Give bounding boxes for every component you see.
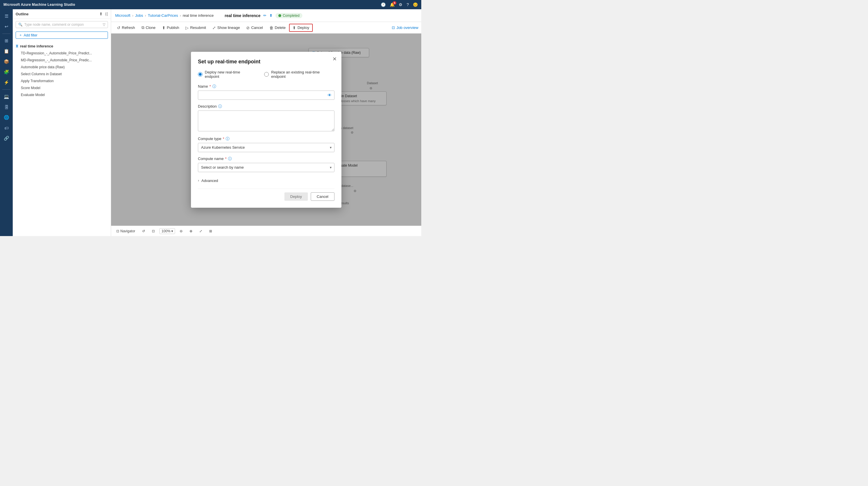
radio-replace-input[interactable]: [264, 72, 269, 77]
icon-sidebar: ☰ ↩ ⊞ 📋 📦 🧩 ⚡ 💻 🗄 🌐 🏷 🔗: [0, 9, 13, 236]
navigator-icon: ⊡: [116, 229, 119, 233]
modal-close-button[interactable]: ✕: [333, 56, 337, 62]
sidebar-back-icon[interactable]: ↩: [1, 22, 11, 31]
tree-child-4[interactable]: Apply Transformation: [13, 77, 111, 85]
reset-view-button[interactable]: ↺: [140, 228, 147, 234]
history-icon[interactable]: 🕐: [381, 2, 386, 7]
radio-deploy-new[interactable]: Deploy new real-time endpoint: [198, 70, 255, 79]
sidebar-home-icon[interactable]: ⊞: [1, 36, 11, 45]
pipeline-icon: ⧖: [16, 44, 18, 48]
name-info-icon[interactable]: ⓘ: [212, 84, 216, 89]
sidebar-menu-icon[interactable]: ☰: [1, 11, 11, 21]
breadcrumb-current: real time inference: [183, 13, 214, 18]
tree-child-5[interactable]: Score Model: [13, 85, 111, 91]
tree-child-0[interactable]: TD-Regression_-_Automobile_Price_Predict…: [13, 50, 111, 57]
add-filter-button[interactable]: ＋ Add filter: [16, 32, 108, 39]
resubmit-button[interactable]: ▷ Resubmit: [183, 24, 209, 31]
sidebar-data-icon[interactable]: 📦: [1, 57, 11, 66]
show-lineage-label: Show lineage: [217, 26, 240, 30]
delete-label: Delete: [275, 26, 286, 30]
tree-child-1[interactable]: MD-Regression_-_Automobile_Price_Predic.…: [13, 57, 111, 64]
compute-name-info-icon[interactable]: ⓘ: [228, 156, 232, 161]
zoom-in-button[interactable]: ⊕: [187, 228, 195, 234]
share-pipeline-icon[interactable]: ⬆: [269, 13, 273, 18]
advanced-toggle[interactable]: › Advanced: [198, 176, 335, 185]
sidebar-components-icon[interactable]: ⚡: [1, 78, 11, 87]
publish-button[interactable]: ⬆ Publish: [159, 24, 182, 31]
description-input[interactable]: [198, 110, 335, 131]
notification-count: 5: [393, 1, 396, 5]
share-icon[interactable]: ⬆: [99, 11, 103, 16]
status-dot: [278, 14, 281, 17]
tree-child-3[interactable]: Select Columns in Dataset: [13, 71, 111, 77]
fit-canvas-button[interactable]: ⤢: [197, 228, 205, 234]
name-input-wrapper: 👁: [198, 91, 335, 100]
avatar[interactable]: 😊: [413, 2, 418, 7]
delete-button[interactable]: 🗑 Delete: [267, 24, 289, 31]
compute-name-label: Compute name * ⓘ: [198, 156, 335, 161]
zoom-dropdown[interactable]: 100% ▾: [159, 228, 175, 234]
radio-new-input[interactable]: [198, 72, 203, 77]
sidebar-jobs-icon[interactable]: 📋: [1, 46, 11, 56]
compute-name-select[interactable]: Select or search by name: [198, 163, 335, 172]
settings-icon[interactable]: ⚙: [399, 2, 402, 7]
radio-group: Deploy new real-time endpoint Replace an…: [198, 70, 335, 79]
description-field: Description ⓘ: [198, 104, 335, 132]
plus-icon: ＋: [19, 33, 22, 38]
search-placeholder: Type node name, comment or compon: [24, 23, 84, 27]
sidebar-environments-icon[interactable]: 🌐: [1, 113, 11, 122]
clone-button[interactable]: ⧉ Clone: [138, 24, 159, 31]
name-input[interactable]: [198, 91, 335, 100]
content-top-bar: Microsoft › Jobs › Tutorial-CarPrices › …: [111, 9, 421, 22]
sidebar-labels-icon[interactable]: 🏷: [1, 123, 11, 132]
compute-type-info-icon[interactable]: ⓘ: [226, 136, 229, 141]
refresh-button[interactable]: ↺ Refresh: [114, 24, 138, 31]
bottom-bar: ⊡ Navigator ↺ ⊡ 100% ▾ ⊖ ⊕ ⤢ ⊞: [111, 226, 421, 236]
job-overview-button[interactable]: ⊡ Job overview: [392, 26, 418, 30]
top-bar: Microsoft Azure Machine Learning Studio …: [0, 0, 421, 9]
compute-type-select-wrapper: Azure Kubernetes Service Azure Container…: [198, 143, 335, 152]
navigator-button[interactable]: ⊡ Navigator: [114, 228, 137, 234]
tree-parent-item[interactable]: ⧖ real time inference: [13, 42, 111, 50]
refresh-icon: ↺: [117, 26, 120, 30]
help-icon[interactable]: ?: [406, 2, 409, 7]
tree-child-6[interactable]: Evaluate Model: [13, 91, 111, 98]
deploy-label: Deploy: [298, 26, 309, 30]
zoom-out-button[interactable]: ⊖: [177, 228, 185, 234]
compute-type-select[interactable]: Azure Kubernetes Service Azure Container…: [198, 143, 335, 152]
modal-footer: Deploy Cancel: [198, 189, 335, 201]
breadcrumb-jobs[interactable]: Jobs: [135, 13, 143, 18]
compute-type-label: Compute type * ⓘ: [198, 136, 335, 141]
deploy-button[interactable]: ⬆ Deploy: [289, 24, 312, 32]
tree-child-2[interactable]: Automobile price data (Raw): [13, 64, 111, 71]
show-lineage-button[interactable]: ⤢ Show lineage: [210, 24, 243, 31]
sidebar-datastores-icon[interactable]: 🗄: [1, 102, 11, 112]
cancel-label: Cancel: [251, 26, 263, 30]
edit-icon[interactable]: ✏: [263, 13, 267, 18]
toolbar-right: ⊡ Job overview: [392, 26, 418, 30]
name-field: Name * ⓘ 👁: [198, 84, 335, 100]
notifications-icon[interactable]: 🔔 5: [390, 2, 395, 7]
collapse-icon[interactable]: ⟨⟨: [105, 11, 108, 16]
cancel-button[interactable]: ⊘ Cancel: [243, 24, 266, 31]
sidebar-models-icon[interactable]: 🧩: [1, 67, 11, 77]
sidebar-connections-icon[interactable]: 🔗: [1, 134, 11, 143]
breadcrumb-tutorial[interactable]: Tutorial-CarPrices: [148, 13, 178, 18]
description-info-icon[interactable]: ⓘ: [218, 104, 222, 109]
modal-cancel-button[interactable]: Cancel: [311, 192, 335, 201]
breadcrumb-microsoft[interactable]: Microsoft: [115, 13, 130, 18]
canvas-area: ⊡ Automobile price data (Raw) Data outpu…: [111, 34, 421, 226]
resubmit-label: Resubmit: [190, 26, 206, 30]
cancel-icon: ⊘: [246, 26, 250, 30]
filter-icon[interactable]: ▽: [103, 23, 105, 27]
modal-deploy-button[interactable]: Deploy: [284, 192, 308, 201]
fit-view-button[interactable]: ⊡: [150, 228, 157, 234]
grid-toggle-button[interactable]: ⊞: [207, 228, 214, 234]
search-bar[interactable]: 🔍 Type node name, comment or compon ▽: [16, 21, 108, 28]
radio-replace-existing[interactable]: Replace an existing real-time endpoint: [264, 70, 335, 79]
name-required: *: [210, 84, 211, 89]
sidebar-compute-icon[interactable]: 💻: [1, 92, 11, 101]
eye-icon[interactable]: 👁: [328, 93, 332, 97]
radio-replace-label: Replace an existing real-time endpoint: [271, 70, 335, 79]
clone-label: Clone: [146, 26, 156, 30]
